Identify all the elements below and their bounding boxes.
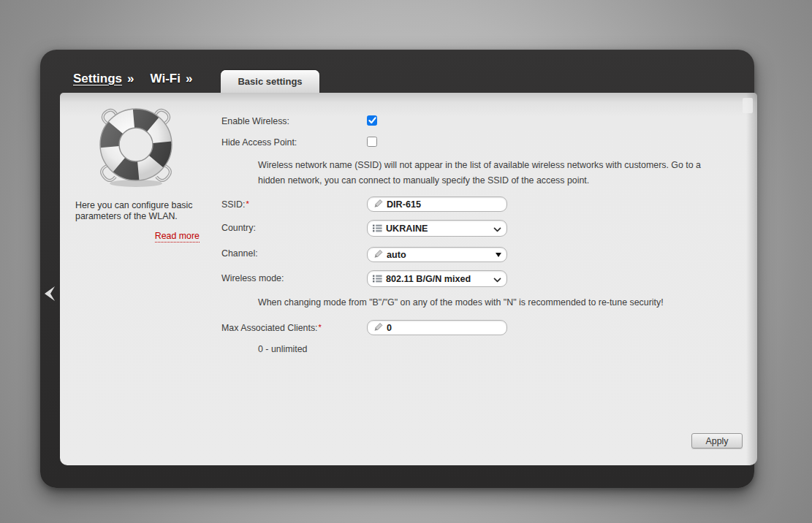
sidebar-help-text: Here you can configure basic parameters …: [75, 200, 204, 221]
list-icon: [373, 275, 382, 283]
country-select[interactable]: UKRAINE: [367, 220, 507, 237]
pencil-icon: [373, 199, 383, 210]
chevron-left-icon[interactable]: [42, 284, 59, 303]
max-clients-hint: 0 - unlimited: [258, 344, 308, 354]
content-panel: Here you can configure basic parameters …: [60, 93, 757, 465]
hide-access-point-label: Hide Access Point:: [221, 137, 297, 148]
channel-value: auto: [387, 250, 492, 260]
wireless-mode-value: 802.11 B/G/N mixed: [386, 274, 490, 284]
ssid-label: SSID:*: [221, 199, 249, 210]
chevron-down-icon: [493, 272, 501, 286]
required-mark: *: [246, 199, 248, 208]
required-mark: *: [319, 323, 322, 332]
pencil-icon: [373, 250, 383, 260]
wireless-mode-note: When changing mode from "B"/"G" on any o…: [258, 297, 748, 308]
max-clients-label-text: Max Associated Clients:: [221, 323, 318, 333]
hide-access-point-checkbox[interactable]: [367, 137, 377, 147]
chevron-down-icon: [493, 222, 501, 235]
breadcrumb-settings-link[interactable]: Settings: [73, 72, 122, 86]
breadcrumb: Settings » Wi-Fi »: [73, 72, 192, 86]
pencil-icon: [373, 323, 383, 333]
hide-ap-description: Wireless network name (SSID) will not ap…: [258, 158, 721, 188]
apply-button[interactable]: Apply: [691, 433, 743, 448]
ssid-field[interactable]: [367, 196, 507, 212]
channel-label: Channel:: [221, 248, 258, 259]
page-background: Settings » Wi-Fi » Basic settings: [0, 0, 812, 523]
max-clients-input[interactable]: [387, 323, 501, 333]
breadcrumb-separator: »: [127, 72, 134, 86]
ssid-label-text: SSID:: [221, 199, 245, 210]
read-more-wrap: Read more: [75, 229, 200, 242]
wireless-mode-select[interactable]: 802.11 B/G/N mixed: [367, 270, 507, 287]
triangle-down-icon: [496, 253, 501, 257]
check-icon: [368, 117, 376, 124]
max-clients-field[interactable]: [367, 320, 507, 335]
country-value: UKRAINE: [386, 224, 490, 234]
wireless-mode-label: Wireless mode:: [221, 273, 284, 283]
enable-wireless-label: Enable Wireless:: [221, 116, 289, 126]
country-label: Country:: [221, 223, 256, 233]
channel-combobox[interactable]: auto: [367, 247, 507, 262]
max-clients-label: Max Associated Clients:*: [221, 323, 322, 333]
breadcrumb-separator: »: [186, 72, 192, 86]
ssid-input[interactable]: [387, 199, 501, 210]
scrollbar-thumb[interactable]: [743, 98, 753, 113]
list-icon: [373, 224, 382, 232]
tab-basic-settings[interactable]: Basic settings: [221, 70, 319, 93]
read-more-link[interactable]: Read more: [155, 231, 200, 243]
panel-edge-shade: [746, 93, 757, 465]
breadcrumb-wifi-link[interactable]: Wi-Fi: [151, 72, 181, 86]
enable-wireless-checkbox[interactable]: [367, 115, 377, 126]
life-buoy-icon: [89, 102, 183, 193]
